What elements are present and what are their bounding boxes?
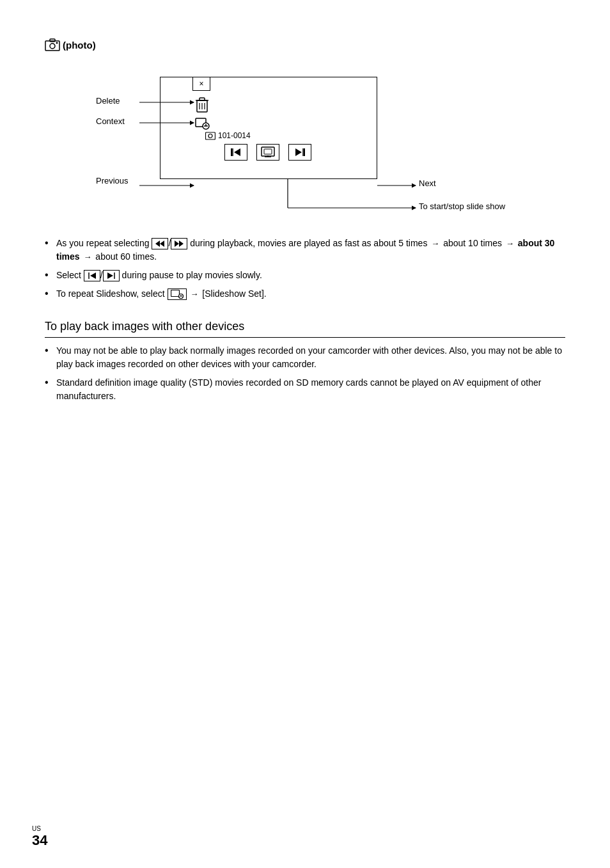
camera-icon [45,38,60,51]
photo-number: 101-0014 [218,131,251,140]
bullet-dot-3: • [45,287,56,301]
delete-label: Delete [96,96,120,106]
page-footer: US 34 [32,825,47,849]
prev-slow-btn [84,270,100,281]
svg-marker-39 [107,272,113,279]
about-30-times: about 30 times [56,238,554,262]
bullet-dot-1: • [45,237,56,250]
svg-rect-6 [199,98,205,100]
svg-marker-32 [160,241,164,247]
next-label: Next [419,178,436,188]
svg-marker-33 [155,241,160,247]
svg-marker-24 [295,148,302,156]
playback-text-1: You may not be able to play back normall… [56,344,565,371]
arrow-30: → [506,239,514,248]
next-frame-icon [293,147,306,157]
page-number: 34 [32,832,47,849]
bullet-text-1: As you repeat selecting / during playbac… [56,237,565,264]
playback-bullet-2: • Standard definition image quality (STD… [45,376,565,403]
photo-header: (photo) [45,38,565,51]
bullet-item-1: • As you repeat selecting / during playb… [45,237,565,264]
svg-marker-35 [179,241,184,247]
x-button[interactable]: × [192,77,210,91]
x-icon: × [199,79,203,88]
previous-label: Previous [96,176,129,185]
svg-marker-17 [234,148,240,156]
slideshow-set-btn [168,288,187,300]
fast-forward-btn [171,238,187,249]
photo-number-label: 101-0014 [205,131,251,140]
playback-bullets: • You may not be able to play back norma… [45,344,565,403]
prev-frame-icon [230,147,242,157]
svg-marker-37 [90,272,96,279]
trash-icon [195,97,209,113]
svg-point-15 [208,134,212,138]
diagram-container: × [96,64,454,217]
next-slow-btn [103,270,120,281]
next-frame-button[interactable] [288,144,311,161]
slideshow-label: To start/stop slide show [419,201,505,211]
svg-rect-19 [262,147,274,156]
svg-rect-1 [50,39,55,42]
svg-point-3 [56,42,58,44]
playback-dot-1: • [45,344,56,358]
slideshow-icon [261,146,275,158]
svg-rect-20 [264,149,272,154]
page-suffix: US [32,825,41,832]
svg-point-2 [50,43,55,49]
context-menu-icon [195,117,210,131]
playback-bullet-1: • You may not be able to play back norma… [45,344,565,371]
controls-row [224,144,311,161]
photo-header-label: (photo) [63,40,96,51]
playback-section: To play back images with other devices •… [45,320,565,403]
playback-text-2: Standard definition image quality (STD) … [56,376,565,403]
svg-marker-34 [175,241,179,247]
playback-dot-2: • [45,376,56,390]
bullet-item-2: • Select / during pause to play movies s… [45,269,565,282]
slideshow-button[interactable] [256,144,279,161]
context-label: Context [96,116,125,126]
photo-bullets: • As you repeat selecting / during playb… [45,237,565,301]
svg-rect-14 [206,132,215,139]
delete-icon [195,97,209,115]
svg-rect-40 [171,290,179,297]
fast-rewind-btn [152,238,168,249]
bullet-text-3: To repeat Slideshow, select → [Slideshow… [56,287,267,301]
bullet-text-2: Select / during pause to play movies slo… [56,269,262,282]
prev-frame-button[interactable] [224,144,247,161]
photo-section-icon: (photo) [45,38,96,51]
photo-mini-icon [205,132,215,140]
bullet-dot-2: • [45,269,56,282]
ui-box: × [160,77,377,179]
bullet-item-3: • To repeat Slideshow, select → [Slidesh… [45,287,565,301]
playback-heading: To play back images with other devices [45,320,565,338]
